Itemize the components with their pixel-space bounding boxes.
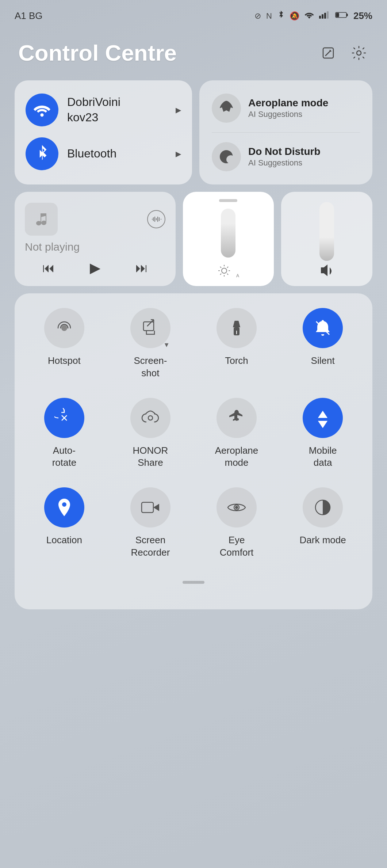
toggles-row-3: Location ScreenRecorder [28,487,359,559]
screenshot-arrow: ▼ [163,341,170,349]
darkmode-toggle[interactable]: Dark mode [286,487,359,547]
darkmode-label: Dark mode [300,534,346,547]
silent-icon-circle [303,308,343,348]
torch-icon-circle [217,308,257,348]
volume-card[interactable] [281,192,372,286]
cc-header: Control Centre [0,25,387,77]
media-card[interactable]: Not playing ⏮ ▶ ⏭ [15,192,176,286]
battery-percent: 25% [353,10,372,22]
dnd-icon [212,142,241,171]
darkmode-icon-circle [303,487,343,528]
edit-button[interactable] [318,43,338,63]
bottom-pill [183,581,204,584]
aeroplane-icon [212,94,241,123]
toggles-row-2: Auto-rotate HONORShare [28,398,359,469]
svg-rect-20 [143,322,154,331]
location-label: Location [46,534,82,547]
status-icons: ⊘ N 🔕 25% [254,10,372,22]
status-bar: A1 BG ⊘ N 🔕 25% [0,0,387,25]
honorshare-toggle[interactable]: HONORShare [114,398,187,469]
battery-icon [335,11,348,21]
honorshare-icon-circle [130,398,170,438]
svg-marker-32 [153,504,159,511]
no-sim-icon: ⊘ [254,11,261,21]
svg-line-15 [220,267,221,268]
eyecomfort-label: EyeComfort [220,534,253,559]
top-row: DobriVoinikov23 ▶ Bluetooth ▶ [15,80,372,184]
svg-rect-25 [234,321,239,322]
svg-point-30 [148,416,153,420]
screenshot-label: Screen-shot [134,355,167,380]
silent-label: Silent [311,355,335,367]
media-not-playing-label: Not playing [25,241,165,253]
wifi-ssid: DobriVoinikov23 [67,95,120,125]
divider [212,132,360,133]
svg-line-18 [220,274,221,275]
cc-header-actions[interactable] [318,43,369,63]
svg-point-10 [222,268,227,273]
autorotate-label: Auto-rotate [52,445,77,469]
svg-point-19 [61,325,67,331]
svg-line-16 [227,274,228,275]
aeroplanemode-toggle[interactable]: Aeroplanemode [200,398,273,469]
carrier-label: A1 BG [15,10,43,22]
bluetooth-item[interactable]: Bluetooth ▶ [26,137,181,170]
svg-rect-1 [322,14,323,19]
brightness-handle [219,199,237,202]
aeroplanemode-label: Aeroplanemode [215,445,258,469]
aeroplane-title: Aeroplane mode [248,97,328,109]
aeroplane-item[interactable]: Aeroplane mode AI Suggestions [208,88,364,129]
hotspot-toggle[interactable]: Hotspot [28,308,101,367]
media-top [25,203,165,236]
svg-rect-31 [142,502,153,513]
mobiledata-toggle[interactable]: Mobiledata [286,398,359,469]
signal-icon [319,11,330,21]
settings-button[interactable] [349,43,369,63]
cc-title: Control Centre [18,40,177,66]
screenrecorder-icon-circle [130,487,170,528]
mute-icon: 🔕 [290,11,299,21]
torch-toggle[interactable]: Torch [200,308,273,367]
brightness-slider-area[interactable] [190,206,267,260]
media-artwork [25,203,58,236]
toggles-row-1: Hotspot ▼ Screen-sh [28,308,359,380]
location-icon-circle [44,487,84,528]
svg-rect-3 [327,11,329,19]
aeroplane-sub: AI Suggestions [248,109,328,120]
prev-button[interactable]: ⏮ [42,261,55,275]
screenrecorder-label: ScreenRecorder [131,534,170,559]
dnd-item[interactable]: Do Not Disturb AI Suggestions [208,136,364,177]
media-waveform-icon [147,210,165,228]
media-controls[interactable]: ⏮ ▶ ⏭ [25,258,165,277]
play-button[interactable]: ▶ [90,260,100,276]
screenrecorder-toggle[interactable]: ScreenRecorder [114,487,187,559]
wifi-item[interactable]: DobriVoinikov23 ▶ [26,94,181,126]
silent-toggle[interactable]: Silent [286,308,359,367]
right-card[interactable]: Aeroplane mode AI Suggestions Do Not Dis… [199,80,372,184]
dnd-text: Do Not Disturb AI Suggestions [248,145,321,168]
screenshot-toggle[interactable]: ▼ Screen-shot [114,308,187,380]
bottom-indicator [28,577,359,591]
autorotate-toggle[interactable]: Auto-rotate [28,398,101,469]
mobiledata-icon-circle [303,398,343,438]
nfc-icon: N [266,11,272,21]
wifi-arrow: ▶ [176,106,181,114]
next-button[interactable]: ⏭ [135,261,148,275]
eyecomfort-toggle[interactable]: EyeComfort [200,487,273,559]
bluetooth-arrow: ▶ [176,149,181,158]
brightness-sun-icon: A [218,264,239,280]
bluetooth-label: Bluetooth [67,146,116,161]
svg-point-8 [357,51,361,55]
wifi-status-icon [304,11,314,21]
location-toggle[interactable]: Location [28,487,101,547]
brightness-card[interactable]: A [183,192,274,286]
dnd-sub: AI Suggestions [248,158,321,168]
screenshot-circle-wrapper: ▼ [130,308,170,348]
hotspot-icon-circle [44,308,84,348]
bluetooth-icon-circle [26,137,58,170]
svg-rect-2 [324,13,326,19]
aeroplanemode-icon-circle [217,398,257,438]
svg-point-34 [235,506,238,509]
network-card[interactable]: DobriVoinikov23 ▶ Bluetooth ▶ [15,80,192,184]
volume-icon [319,264,334,280]
